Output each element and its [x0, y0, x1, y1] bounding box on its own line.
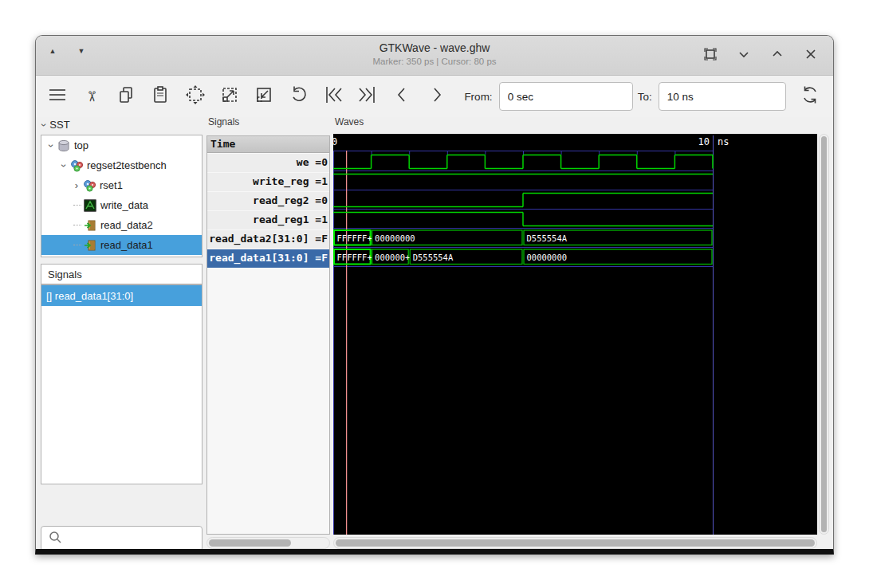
port-out-icon [84, 239, 97, 252]
scrollbar-thumb[interactable] [336, 539, 815, 547]
titlebar: ▲ ▼ GTKWave - wave.ghw Marker: 350 ps | … [36, 36, 833, 76]
tree-item-label: rset1 [100, 179, 123, 191]
tree-item-label: top [74, 139, 88, 151]
waveform-canvas[interactable]: 010nsFFFFFF+00000000D555554AFFFFFF+00000… [333, 134, 817, 535]
sst-label: SST [49, 119, 69, 131]
from-label: From: [464, 91, 492, 103]
svg-text:10: 10 [698, 136, 710, 147]
waves-frame-label: Waves [335, 116, 364, 127]
close-button[interactable] [801, 45, 820, 64]
cut-button[interactable]: ✂ [80, 84, 103, 108]
tree-item-rset1[interactable]: › rset1 [41, 175, 202, 195]
minimize-button[interactable] [734, 45, 753, 64]
skip-to-end-icon [356, 84, 379, 109]
hamburger-icon [47, 84, 68, 108]
waves-hscrollbar[interactable] [333, 537, 817, 549]
time-header[interactable]: Time [207, 136, 329, 153]
maximize-button[interactable] [768, 45, 787, 64]
to-input[interactable] [659, 82, 786, 111]
trace-label-we[interactable]: we =0 [207, 154, 329, 172]
gtkwave-window: ▲ ▼ GTKWave - wave.ghw Marker: 350 ps | … [35, 35, 834, 555]
database-icon [57, 139, 71, 152]
from-input[interactable] [499, 82, 633, 111]
tree-guide-line [73, 245, 81, 245]
waves-panel: Waves 010nsFFFFFF+00000000D555554AFFFFFF… [333, 117, 828, 550]
svg-text:FFFFFF+: FFFFFF+ [337, 253, 372, 262]
scissors-icon: ✂ [83, 90, 100, 102]
signal-matrix-icon [84, 199, 97, 212]
signals-panel-box: Time we =0 write_reg =1 read_reg2 =0 rea… [206, 135, 330, 535]
undo-button[interactable] [287, 84, 310, 108]
scrollbar-thumb[interactable] [821, 136, 827, 532]
skip-to-start-icon [322, 84, 344, 109]
zoom-in-icon [219, 84, 240, 108]
sst-tree: › top › regset2testbench › rset1 write_d… [41, 135, 203, 257]
expander-icon[interactable]: › [47, 141, 55, 151]
svg-text:ns: ns [718, 136, 729, 147]
go-to-start-button[interactable] [321, 84, 344, 108]
port-out-icon [84, 219, 97, 232]
go-to-end-button[interactable] [356, 84, 379, 108]
svg-text:D555554A: D555554A [527, 233, 568, 243]
svg-text:0: 0 [333, 136, 337, 147]
waves-vscrollbar[interactable] [819, 134, 829, 535]
expander-icon[interactable]: › [60, 161, 68, 171]
tree-item-write_data[interactable]: write_data [41, 195, 202, 215]
toolbar: ✂ From: To: [36, 76, 833, 117]
next-edge-button[interactable] [425, 84, 448, 108]
copy-icon [116, 84, 136, 108]
zoom-fit-icon [185, 84, 206, 108]
trace-label-write_reg[interactable]: write_reg =1 [207, 173, 329, 191]
sst-expander-icon: › [40, 123, 48, 126]
svg-text:00000000: 00000000 [527, 253, 568, 262]
signal-list-item-read_data1[interactable]: [] read_data1[31:0] [41, 285, 202, 306]
search-icon [48, 530, 62, 547]
to-label: To: [638, 91, 652, 103]
tree-guide-line [73, 205, 81, 206]
copy-button[interactable] [115, 84, 138, 108]
tree-item-label: read_data2 [100, 219, 153, 231]
fit-window-icon[interactable] [701, 45, 720, 64]
zoom-out-icon [254, 84, 274, 108]
signal-search-box[interactable] [41, 526, 203, 551]
signals-panel: Signals Time we =0 write_reg =1 read_reg… [206, 117, 330, 550]
svg-text:000000+: 000000+ [375, 253, 410, 262]
tree-item-top[interactable]: › top [41, 135, 202, 155]
menu-button[interactable] [45, 84, 69, 108]
module-gears-icon [70, 159, 84, 172]
previous-edge-button[interactable] [391, 84, 414, 108]
signals-header-label: Signals [48, 269, 82, 280]
module-gears-icon [83, 179, 96, 192]
zoom-out-button[interactable] [253, 84, 276, 108]
zoom-in-button[interactable] [218, 84, 241, 108]
reload-icon [799, 84, 821, 109]
tree-item-read_data2[interactable]: read_data2 [41, 215, 202, 235]
tree-item-regset2testbench[interactable]: › regset2testbench [41, 155, 202, 175]
undo-icon [289, 84, 309, 108]
chevron-right-icon [426, 84, 448, 109]
svg-text:D555554A: D555554A [413, 253, 454, 262]
tree-item-read_data1[interactable]: read_data1 [41, 235, 202, 255]
signal-item-label: [] read_data1[31:0] [46, 290, 133, 302]
clipboard-icon [150, 84, 171, 108]
scrollbar-thumb[interactable] [209, 539, 291, 547]
trace-label-read_data1[interactable]: read_data1[31:0] =F [207, 249, 329, 268]
signals-list: [] read_data1[31:0] [41, 284, 203, 484]
svg-text:00000000: 00000000 [375, 233, 415, 243]
trace-label-read_reg1[interactable]: read_reg1 =1 [207, 211, 329, 229]
expander-icon[interactable]: › [72, 182, 81, 190]
tree-item-label: write_data [100, 199, 148, 211]
signals-hscrollbar[interactable] [206, 537, 330, 549]
zoom-fit-button[interactable] [183, 84, 206, 108]
sst-header[interactable]: › SST [42, 119, 70, 131]
tree-item-label: read_data1 [100, 239, 153, 251]
trace-label-read_data2[interactable]: read_data2[31:0] =F [207, 230, 329, 249]
reload-button[interactable] [799, 84, 822, 108]
signals-list-header: Signals [41, 264, 203, 284]
svg-text:FFFFFF+: FFFFFF+ [337, 233, 372, 243]
tree-item-label: regset2testbench [87, 159, 167, 171]
tree-guide-line [73, 225, 81, 225]
paste-button[interactable] [149, 84, 172, 108]
main-content: › SST › top › regset2testbench › rset1 [36, 117, 833, 550]
trace-label-read_reg2[interactable]: read_reg2 =0 [207, 192, 329, 210]
